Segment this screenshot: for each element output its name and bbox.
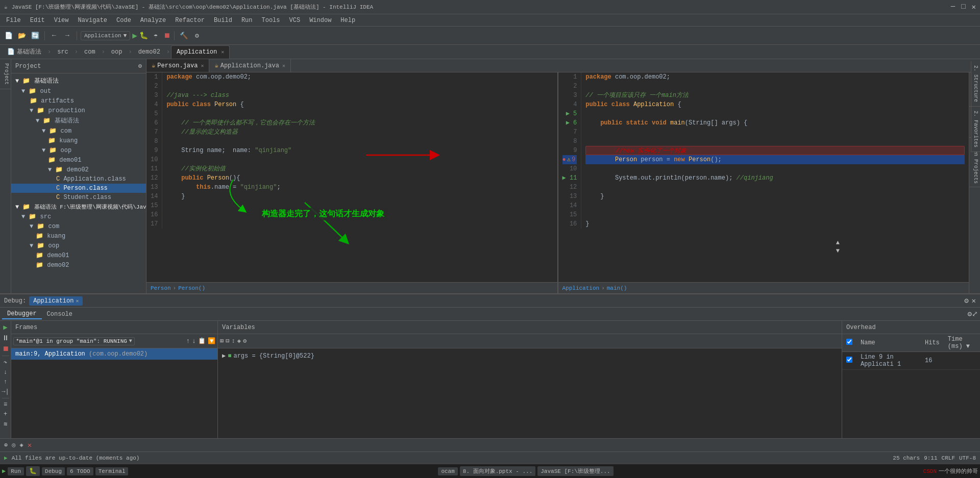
build-button[interactable]: 🔨 (178, 30, 189, 41)
tree-oop[interactable]: ▼ 📁 oop (11, 145, 146, 155)
tab-close-icon[interactable]: ✕ (221, 49, 224, 55)
add-watch-btn[interactable]: + (4, 411, 7, 418)
task-6-label[interactable]: 6 TODO (67, 467, 93, 475)
evaluate-btn[interactable]: ≡ (4, 401, 7, 408)
structure-tab[interactable]: 2. Structure (971, 61, 980, 107)
tree-demo01[interactable]: 📁 demo01 (11, 155, 146, 165)
menu-file[interactable]: File (2, 16, 25, 25)
step-over-btn[interactable]: ↷ (4, 359, 7, 366)
new-file-button[interactable]: 📄 (3, 30, 14, 41)
project-tab[interactable]: Project (0, 59, 11, 89)
checkbox[interactable] (846, 339, 852, 345)
debug-application-tab[interactable]: Application ✕ (29, 296, 83, 306)
sync-button[interactable]: 🔄 (30, 30, 41, 41)
row-checkbox-input[interactable] (846, 357, 852, 363)
run-config-selector[interactable]: Application ▼ (81, 31, 130, 40)
tab-oop[interactable]: oop (106, 45, 128, 59)
run-cursor-btn[interactable]: →| (2, 388, 9, 395)
step-into-btn[interactable]: ↓ (4, 369, 7, 376)
tree-production[interactable]: ▼ 📁 production (11, 106, 146, 115)
undo-button[interactable]: ← (48, 30, 60, 41)
tree-oop2[interactable]: ▼ 📁 oop (11, 241, 146, 250)
menu-navigate[interactable]: Navigate (74, 16, 111, 25)
right-editor-content[interactable]: 1 2 3 4 ▶ 5 ▶ 6 7 8 9 ● (558, 72, 969, 282)
tab-application[interactable]: Application ✕ (171, 45, 230, 59)
mute-breakpoints-btn[interactable]: ◎ (12, 441, 15, 449)
menu-run[interactable]: Run (237, 16, 257, 25)
coverage-button[interactable]: ☂ (150, 30, 161, 41)
tab-com[interactable]: com (79, 45, 101, 59)
tree-application-class[interactable]: C Application.class (11, 174, 146, 184)
tree-person-class[interactable]: C Person.class (11, 184, 146, 193)
expand-btn[interactable]: ⊞ (220, 337, 224, 345)
stream-btn[interactable]: ≋ (4, 420, 7, 428)
tab-demo02[interactable]: demo02 (133, 45, 165, 59)
filter-btn[interactable]: 🔽 (208, 337, 215, 345)
thread-dropdown[interactable]: *main*@1 in group "main": RUNNING ▼ (13, 337, 135, 345)
frame-item-selected[interactable]: main:9, Application (com.oop.demo02) (11, 348, 217, 360)
task-run-label[interactable]: Run (8, 467, 24, 475)
resume-btn[interactable]: ▶ (3, 323, 7, 332)
tree-demo02[interactable]: ▼ 📁 demo02 (11, 165, 146, 174)
collapse-btn[interactable]: ⊟ (226, 337, 229, 345)
menu-vcs[interactable]: VCS (285, 16, 305, 25)
red-x-btn[interactable]: ✕ (28, 441, 32, 449)
up-frame-btn[interactable]: ↑ (186, 337, 190, 345)
application-java-tab[interactable]: ☕ Application.java ✕ (209, 59, 290, 72)
settings2-icon[interactable]: ⚙ (968, 310, 972, 318)
tree-demo01-2[interactable]: 📁 demo01 (11, 250, 146, 260)
gear-icon[interactable]: ⚙ (138, 62, 142, 70)
maximize-button[interactable]: □ (961, 3, 965, 11)
minimize-button[interactable]: ─ (951, 3, 955, 11)
debug-button[interactable]: 🐛 (139, 31, 148, 40)
tree-demo02-2[interactable]: 📁 demo02 (11, 260, 146, 270)
menu-refactor[interactable]: Refactor (171, 16, 209, 25)
menu-analyze[interactable]: Analyze (136, 16, 170, 25)
redo-button[interactable]: → (62, 30, 73, 41)
tree-src2[interactable]: ▼ 📁 src (11, 212, 146, 221)
taskbar-ocam[interactable]: ocam (438, 467, 457, 475)
tree-artifacts[interactable]: 📁 artifacts (11, 96, 146, 106)
show-execution-btn[interactable]: ◈ (19, 441, 23, 449)
variable-item[interactable]: ▶ ■ args = {String[0]@522} (220, 350, 840, 361)
copy-btn[interactable]: 📋 (198, 337, 206, 345)
left-editor-content[interactable]: 1 2 3 4 5 6 7 8 9 10 11 (146, 72, 557, 282)
stop-button[interactable]: ⏹ (163, 32, 170, 40)
menu-tools[interactable]: Tools (258, 16, 284, 25)
add-breakpoint-btn[interactable]: ⊕ (4, 441, 8, 449)
step-out-btn[interactable]: ↑ (4, 379, 7, 386)
open-button[interactable]: 📂 (16, 30, 28, 41)
run-debug-taskbar-btn[interactable]: 🐛 (26, 466, 40, 476)
down-frame-btn[interactable]: ↓ (192, 337, 196, 345)
task-debug-label[interactable]: Debug (42, 467, 65, 475)
tab-src[interactable]: src (52, 45, 74, 59)
taskbar-pptx[interactable]: 8. 面向对象.pptx - ... (460, 466, 535, 476)
favorites-tab[interactable]: 2. Favorites (971, 107, 980, 152)
debugger-tab[interactable]: Debugger (2, 309, 42, 319)
tree-kuang2[interactable]: 📁 kuang (11, 231, 146, 241)
tab-jichuyufa[interactable]: 📄 基础语法 (2, 45, 46, 59)
debug-tab-close[interactable]: ✕ (76, 298, 79, 304)
tree-out[interactable]: ▼ 📁 out (11, 86, 146, 96)
tab-close-icon2[interactable]: ✕ (282, 63, 285, 69)
sort-btn[interactable]: ↕ (231, 338, 235, 345)
tab-close-icon[interactable]: ✕ (201, 63, 204, 69)
mark-btn[interactable]: ◈ (237, 337, 241, 345)
run-taskbar-btn[interactable]: ▶ (2, 467, 6, 475)
tree-jichuyufa2[interactable]: ▼ 📁 基础语法 (11, 115, 146, 126)
menu-code[interactable]: Code (112, 16, 135, 25)
close-debug-icon[interactable]: ✕ (972, 296, 976, 305)
settings-button[interactable]: ⚙ (191, 30, 203, 41)
tree-com2[interactable]: ▼ 📁 com (11, 221, 146, 231)
overhead-row[interactable]: Line 9 in Applicati 1 16 (842, 352, 980, 370)
tree-kuang[interactable]: 📁 kuang (11, 136, 146, 145)
task-terminal-label[interactable]: Terminal (95, 467, 129, 475)
settings-icon[interactable]: ⚙ (964, 296, 968, 305)
menu-view[interactable]: View (50, 16, 73, 25)
settings-var-btn[interactable]: ⚙ (243, 337, 247, 345)
maximize-icon[interactable]: ⤢ (972, 310, 978, 318)
tree-jichuyufa-external[interactable]: ▼ 📁 基础语法 F:\班级整理\网课视频\代码\JavaSE\基础语法 (11, 202, 146, 212)
menu-edit[interactable]: Edit (26, 16, 49, 25)
close-button[interactable]: ✕ (972, 3, 976, 11)
taskbar-javase[interactable]: JavaSE [F:\班级整理... (537, 466, 613, 476)
